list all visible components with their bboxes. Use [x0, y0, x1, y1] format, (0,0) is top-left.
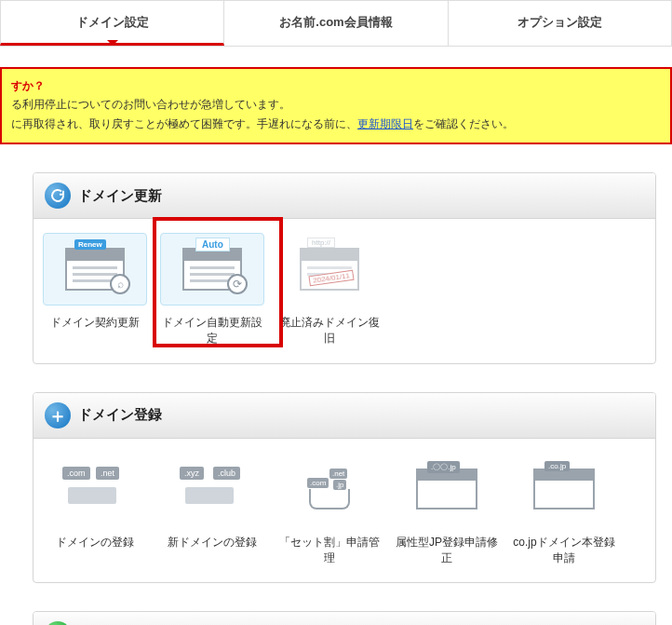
tile-register-domain[interactable]: .com .net ドメインの登録	[43, 453, 147, 566]
section-header: ＋ ドメイン登録	[34, 393, 655, 439]
chip-net: .net	[96, 467, 119, 480]
tab-label: お名前.com会員情報	[279, 15, 392, 29]
tile-label: ドメイン契約更新	[43, 315, 147, 343]
section-domain-update: ドメイン更新 Renew ⌕ ドメイン契約更新 Auto ⟳ ドメイン自動更新	[33, 172, 656, 364]
browser-window-expired-icon: http:// 2024/01/11	[300, 248, 359, 291]
section-header: ドメイン移管	[34, 612, 655, 625]
tile-image: .co.jp	[512, 453, 616, 525]
renew-badge: Renew	[74, 239, 106, 250]
chip-net: .net	[329, 469, 347, 479]
section-domain-register: ＋ ドメイン登録 .com .net ドメインの登録 .xyz .club	[33, 392, 656, 584]
chip-cojp: .co.jp	[544, 461, 570, 471]
tile-image: Auto ⟳	[160, 233, 264, 306]
chip-oojp: .〇〇.jp	[427, 461, 460, 473]
section-title: ドメイン更新	[78, 187, 162, 205]
tld-chips-icon: .xyz .club	[180, 467, 245, 511]
tab-option-settings[interactable]: オプション設定	[449, 0, 672, 46]
tab-domain-settings[interactable]: ドメイン設定	[0, 0, 224, 46]
basket-icon: .net .com .jp	[302, 469, 357, 510]
tile-label: 廃止済みドメイン復旧	[277, 315, 382, 346]
tab-label: オプション設定	[517, 15, 602, 29]
tile-domain-renew[interactable]: Renew ⌕ ドメイン契約更新	[43, 233, 147, 346]
tile-jp-attribute[interactable]: .〇〇.jp 属性型JP登録申請修正	[395, 453, 499, 566]
section-body: .com .net ドメインの登録 .xyz .club 新ドメインの登録 .n	[34, 439, 655, 583]
tab-member-info[interactable]: お名前.com会員情報	[224, 0, 448, 46]
window-cojp-icon: .co.jp	[533, 469, 595, 510]
browser-window-icon: Auto ⟳	[182, 248, 242, 291]
tile-label: co.jpドメイン本登録申請	[512, 535, 616, 566]
warning-line1: る利用停止についてのお問い合わせが急増しています。	[11, 98, 290, 111]
tab-label: ドメイン設定	[76, 15, 149, 29]
url-label: http://	[307, 238, 335, 248]
tile-image: .com .net	[43, 453, 147, 525]
tile-domain-auto-renew[interactable]: Auto ⟳ ドメイン自動更新設定	[160, 233, 264, 346]
tile-domain-restore[interactable]: http:// 2024/01/11 廃止済みドメイン復旧	[277, 233, 382, 346]
plus-icon: ＋	[45, 402, 71, 428]
tile-label: ドメイン自動更新設定	[160, 315, 264, 346]
tile-cojp-register[interactable]: .co.jp co.jpドメイン本登録申請	[512, 453, 616, 566]
main-tabs: ドメイン設定 お名前.com会員情報 オプション設定	[0, 0, 672, 47]
browser-window-icon: Renew ⌕	[65, 248, 125, 291]
section-title: ドメイン登録	[78, 406, 162, 424]
warning-line2-post: をご確認ください。	[413, 117, 514, 130]
chip-com: .com	[62, 467, 90, 480]
tile-image: .net .com .jp	[277, 453, 382, 525]
section-domain-transfer: ドメイン移管 ⇄ ✕	[33, 611, 656, 625]
auto-badge: Auto	[195, 238, 230, 251]
tile-image: .xyz .club	[160, 453, 264, 525]
chip-club: .club	[213, 467, 240, 480]
tile-image: Renew ⌕	[43, 233, 147, 306]
tile-image: http:// 2024/01/11	[277, 233, 382, 306]
section-header: ドメイン更新	[34, 173, 655, 219]
refresh-icon	[45, 183, 71, 209]
tile-label: ドメインの登録	[43, 535, 147, 563]
tile-image: .〇〇.jp	[395, 453, 499, 525]
renewal-deadline-link[interactable]: 更新期限日	[357, 117, 413, 130]
tile-register-new-tld[interactable]: .xyz .club 新ドメインの登録	[160, 453, 264, 566]
warning-title: すか？	[11, 79, 45, 92]
tile-set-discount[interactable]: .net .com .jp 「セット割」申請管理	[277, 453, 382, 566]
tile-label: 新ドメインの登録	[160, 535, 264, 563]
chip-com: .com	[307, 478, 329, 488]
tile-label: 「セット割」申請管理	[277, 535, 382, 566]
cycle-icon: ⟳	[227, 274, 248, 294]
chip-xyz: .xyz	[180, 467, 204, 480]
transfer-icon	[45, 621, 71, 625]
magnifier-icon: ⌕	[110, 274, 130, 294]
tile-label: 属性型JP登録申請修正	[395, 535, 499, 566]
tld-chips-icon: .com .net	[62, 467, 128, 511]
warning-banner: すか？ る利用停止についてのお問い合わせが急増しています。 に再取得され、取り戻…	[0, 67, 672, 144]
warning-line2-pre: に再取得され、取り戻すことが極めて困難です。手遅れになる前に、	[11, 117, 357, 130]
window-jp-icon: .〇〇.jp	[416, 469, 477, 510]
section-body: Renew ⌕ ドメイン契約更新 Auto ⟳ ドメイン自動更新設定 http:	[34, 219, 655, 363]
